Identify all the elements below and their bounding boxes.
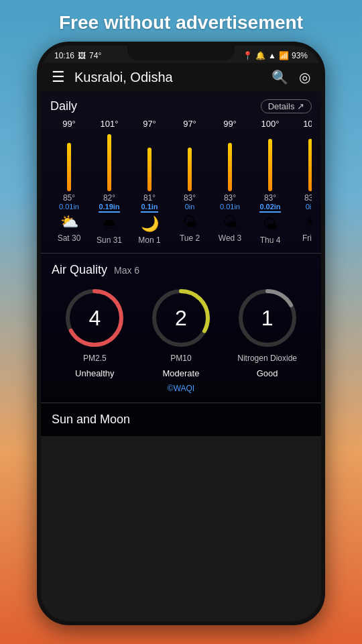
- waqi-link[interactable]: ©WAQI: [52, 384, 310, 393]
- temp-bar-container-6: [308, 131, 312, 191]
- day-col-6: 10083°0in☀Fri 5: [292, 119, 312, 245]
- temp-bar-container-0: [66, 131, 72, 191]
- gps-icon[interactable]: ◎: [299, 69, 310, 85]
- mostly-sunny-icon-3: 🌤: [182, 213, 197, 231]
- menu-icon[interactable]: ☰: [52, 68, 65, 86]
- daily-section: Daily Details ↗ 99°85°0.01in⛅Sat 30101°8…: [41, 91, 321, 253]
- temp-bar-0: [67, 143, 71, 191]
- aq-item-1: 2PM10Moderate: [151, 288, 211, 378]
- mostly-sunny-icon-4: 🌤: [223, 213, 237, 231]
- precip-2: 0.1in: [141, 203, 158, 213]
- location-icon: 📍: [243, 51, 253, 60]
- precip-1: 0.19in: [99, 203, 119, 213]
- temp-low-2: 81°: [143, 193, 156, 203]
- temp-bar-container-1: [107, 131, 112, 191]
- temp-bar-4: [228, 143, 232, 191]
- partly-cloudy-icon-0: ⛅: [60, 213, 78, 231]
- air-quality-section: Air Quality Max 6 4PM2.5Unhealthy2PM10Mo…: [41, 254, 321, 402]
- day-label-2: Mon 1: [138, 235, 160, 245]
- app-header: ☰ Kusraloi, Odisha 🔍 ◎: [41, 63, 321, 91]
- banner-text: Free without advertisement: [13, 12, 349, 34]
- day-label-0: Sat 30: [58, 233, 81, 243]
- aq-item-0: 4PM2.5Unhealthy: [64, 288, 125, 378]
- aq-value-1: 2: [175, 306, 187, 331]
- temp-bar-container-3: [187, 131, 192, 191]
- location-title: Kusraloi, Odisha: [74, 70, 272, 85]
- day-col-0: 99°85°0.01in⛅Sat 30: [50, 119, 88, 245]
- day-label-1: Sun 31: [97, 235, 122, 245]
- day-label-5: Thu 4: [260, 235, 281, 245]
- temp-high-3: 97°: [183, 119, 196, 129]
- sun-moon-title: Sun and Moon: [52, 413, 130, 426]
- temp-bar-container-2: [147, 131, 152, 191]
- temp-bar-2: [147, 148, 152, 191]
- aq-max: Max 6: [114, 265, 139, 276]
- day-label-6: Fri 5: [302, 233, 312, 243]
- day-label-3: Tue 2: [180, 233, 200, 243]
- photo-icon: 🖼: [78, 51, 86, 60]
- temp-bar-1: [107, 134, 111, 191]
- temp-low-5: 83°: [264, 193, 276, 203]
- temp-low-1: 82°: [103, 193, 115, 203]
- temp-low-4: 83°: [224, 193, 236, 203]
- phone-notch: [127, 46, 235, 60]
- temp-bar-container-4: [227, 131, 233, 191]
- temp-bar-3: [188, 148, 192, 191]
- sunny-icon-6: ☀: [304, 213, 312, 231]
- temp-bar-container-5: [267, 131, 273, 191]
- aq-label-2: Nitrogen Dioxide: [237, 354, 297, 363]
- day-col-1: 101°82°0.19in🌧Sun 31: [90, 119, 128, 245]
- aq-status-2: Good: [257, 368, 278, 378]
- temp-high-1: 101°: [101, 119, 119, 129]
- aq-status-1: Moderate: [163, 368, 200, 378]
- precip-6: 0in: [306, 203, 312, 211]
- day-col-5: 100°83°0.02in🌤Thu 4: [251, 119, 289, 245]
- rain-icon-1: 🌧: [102, 215, 117, 233]
- aq-value-2: 1: [261, 306, 274, 331]
- temp-low-3: 83°: [184, 193, 196, 203]
- mostly-sunny-icon-5: 🌤: [263, 215, 278, 233]
- temp-high-4: 99°: [223, 119, 237, 129]
- temp-high-0: 99°: [62, 119, 76, 129]
- aq-items-row: 4PM2.5Unhealthy2PM10Moderate1Nitrogen Di…: [52, 288, 310, 378]
- precip-4: 0.01in: [220, 203, 240, 211]
- status-temp: 74°: [89, 51, 101, 60]
- volume-icon: 🔔: [255, 51, 265, 60]
- aq-label-1: PM10: [170, 354, 191, 363]
- day-col-2: 97°81°0.1in🌙Mon 1: [131, 119, 168, 245]
- daily-title: Daily: [50, 99, 77, 113]
- temp-bar-5: [268, 139, 272, 191]
- aq-circle-0: 4: [64, 288, 125, 348]
- crescent-moon-icon-2: 🌙: [141, 215, 159, 233]
- top-banner: Free without advertisement: [0, 0, 362, 42]
- phone-frame: 10:16 🖼 74° 📍 🔔 ▲ 📶 93% ☰ Kusraloi, Odis…: [37, 42, 325, 625]
- aq-status-0: Unhealthy: [75, 368, 115, 378]
- precip-0: 0.01in: [59, 203, 79, 211]
- wifi-icon: ▲: [268, 51, 276, 60]
- temp-high-5: 100°: [261, 119, 280, 129]
- day-col-4: 99°83°0.01in🌤Wed 3: [211, 119, 249, 245]
- aq-title: Air Quality: [52, 263, 107, 277]
- temp-bar-6: [308, 139, 312, 191]
- details-button[interactable]: Details ↗: [261, 99, 312, 113]
- temp-low-0: 85°: [63, 193, 75, 203]
- sun-moon-section: Sun and Moon: [41, 403, 321, 436]
- temp-high-2: 97°: [143, 119, 156, 129]
- aq-circle-1: 2: [151, 288, 211, 348]
- precip-5: 0.02in: [259, 203, 280, 213]
- precip-3: 0in: [185, 203, 195, 211]
- aq-circle-2: 1: [237, 288, 298, 348]
- search-icon[interactable]: 🔍: [272, 69, 288, 85]
- day-label-4: Wed 3: [219, 233, 241, 243]
- status-time: 10:16: [54, 51, 74, 60]
- battery-level: 93%: [292, 51, 308, 60]
- aq-label-0: PM2.5: [83, 354, 107, 363]
- day-col-3: 97°83°0in🌤Tue 2: [171, 119, 208, 245]
- temp-high-6: 100: [303, 119, 312, 129]
- temp-low-6: 83°: [304, 193, 312, 203]
- aq-item-2: 1Nitrogen DioxideGood: [237, 288, 298, 378]
- daily-forecast-scroll[interactable]: 99°85°0.01in⛅Sat 30101°82°0.19in🌧Sun 319…: [50, 119, 312, 245]
- aq-value-0: 4: [88, 306, 101, 331]
- signal-icon: 📶: [279, 51, 289, 60]
